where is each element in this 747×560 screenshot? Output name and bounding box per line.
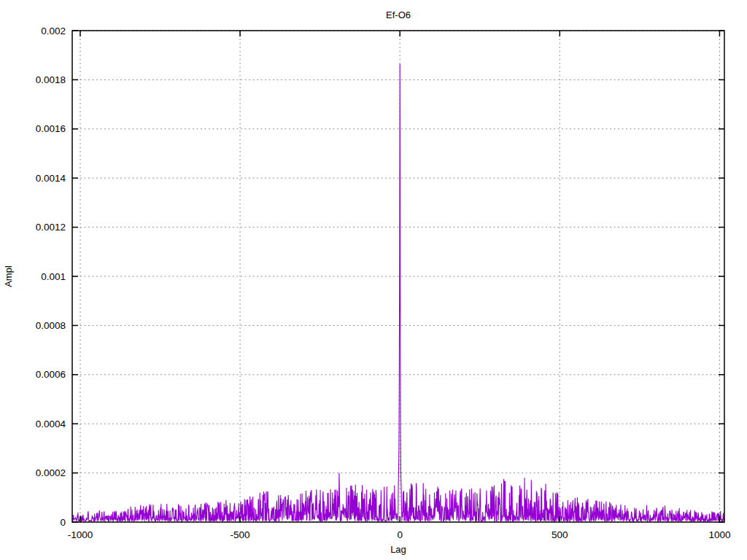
series-line	[72, 64, 724, 521]
chart-title: Ef-O6	[386, 9, 411, 20]
y-tick-label: 0.0006	[36, 369, 66, 380]
chart-figure: -1000-5000500100000.00020.00040.00060.00…	[0, 0, 747, 560]
x-tick-label: -1000	[68, 529, 93, 540]
axis-tick-labels: -1000-5000500100000.00020.00040.00060.00…	[36, 26, 731, 541]
y-tick-label: 0.0016	[36, 123, 66, 134]
grid	[72, 31, 724, 522]
y-tick-label: 0.002	[41, 26, 66, 36]
x-tick-label: 500	[551, 529, 568, 540]
y-tick-label: 0.0012	[36, 222, 66, 233]
x-axis-label: Lag	[390, 544, 406, 555]
y-tick-label: 0.0002	[36, 467, 66, 478]
y-tick-label: 0.0014	[36, 173, 66, 184]
y-axis-label: Ampl	[3, 265, 14, 287]
y-tick-label: 0	[60, 517, 66, 528]
series-layer	[72, 64, 724, 521]
y-tick-label: 0.0004	[36, 419, 66, 429]
x-tick-label: -500	[231, 529, 250, 540]
x-tick-label: 0	[397, 529, 403, 540]
y-tick-label: 0.001	[41, 271, 66, 282]
y-tick-label: 0.0018	[36, 74, 66, 85]
x-tick-label: 1000	[708, 529, 730, 540]
y-tick-label: 0.0008	[36, 320, 66, 331]
chart-canvas: -1000-5000500100000.00020.00040.00060.00…	[0, 0, 747, 560]
